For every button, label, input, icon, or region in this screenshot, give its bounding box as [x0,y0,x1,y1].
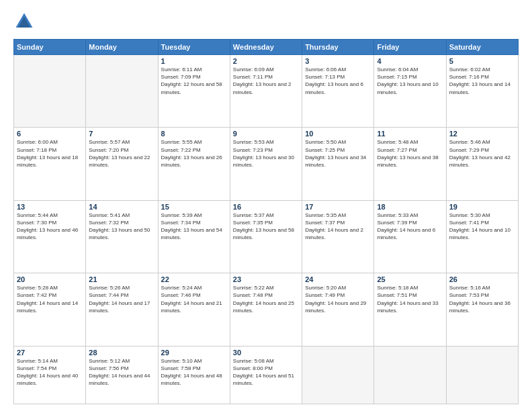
day-number: 23 [233,275,299,283]
day-cell: 5Sunrise: 6:02 AM Sunset: 7:16 PM Daylig… [446,55,518,128]
day-number: 9 [233,130,299,138]
day-cell: 18Sunrise: 5:33 AM Sunset: 7:39 PM Dayli… [374,200,446,273]
day-info: Sunrise: 5:50 AM Sunset: 7:25 PM Dayligh… [305,138,371,169]
day-cell [446,346,518,404]
day-info: Sunrise: 5:20 AM Sunset: 7:49 PM Dayligh… [305,284,371,314]
day-cell: 20Sunrise: 5:28 AM Sunset: 7:42 PM Dayli… [14,273,86,346]
day-info: Sunrise: 5:46 AM Sunset: 7:29 PM Dayligh… [449,138,515,169]
day-number: 22 [161,275,227,283]
day-cell: 6Sunrise: 6:00 AM Sunset: 7:18 PM Daylig… [14,128,86,200]
day-number: 28 [89,349,154,357]
day-info: Sunrise: 5:16 AM Sunset: 7:53 PM Dayligh… [449,284,515,314]
day-info: Sunrise: 5:14 AM Sunset: 7:54 PM Dayligh… [17,357,83,387]
day-info: Sunrise: 5:48 AM Sunset: 7:27 PM Dayligh… [377,138,443,169]
day-number: 8 [161,130,227,138]
week-row-4: 20Sunrise: 5:28 AM Sunset: 7:42 PM Dayli… [14,273,519,346]
day-cell: 22Sunrise: 5:24 AM Sunset: 7:46 PM Dayli… [158,273,230,346]
day-number: 29 [161,349,227,357]
page: SundayMondayTuesdayWednesdayThursdayFrid… [0,0,532,411]
day-info: Sunrise: 5:39 AM Sunset: 7:34 PM Dayligh… [161,212,227,242]
day-cell: 29Sunrise: 5:10 AM Sunset: 7:58 PM Dayli… [158,346,230,404]
day-info: Sunrise: 5:10 AM Sunset: 7:58 PM Dayligh… [161,357,227,387]
day-number: 3 [305,57,371,65]
day-number: 1 [161,57,227,65]
day-number: 14 [89,203,154,211]
day-number: 17 [305,203,371,211]
day-cell [86,55,158,128]
day-number: 4 [377,57,443,65]
week-row-2: 6Sunrise: 6:00 AM Sunset: 7:18 PM Daylig… [14,128,519,200]
day-number: 27 [17,349,83,357]
day-info: Sunrise: 5:44 AM Sunset: 7:30 PM Dayligh… [17,212,83,242]
day-info: Sunrise: 5:08 AM Sunset: 8:00 PM Dayligh… [233,357,299,387]
day-number: 12 [449,130,515,138]
weekday-header-wednesday: Wednesday [230,40,302,55]
day-info: Sunrise: 5:55 AM Sunset: 7:22 PM Dayligh… [161,138,227,169]
weekday-header-row: SundayMondayTuesdayWednesdayThursdayFrid… [14,40,519,55]
day-number: 15 [161,203,227,211]
day-number: 2 [233,57,299,65]
day-number: 11 [377,130,443,138]
day-info: Sunrise: 6:04 AM Sunset: 7:15 PM Dayligh… [377,66,443,96]
day-number: 30 [233,349,299,357]
day-info: Sunrise: 5:30 AM Sunset: 7:41 PM Dayligh… [449,212,515,242]
day-cell [14,55,86,128]
day-cell: 30Sunrise: 5:08 AM Sunset: 8:00 PM Dayli… [230,346,302,404]
day-cell: 25Sunrise: 5:18 AM Sunset: 7:51 PM Dayli… [374,273,446,346]
calendar-table: SundayMondayTuesdayWednesdayThursdayFrid… [13,39,519,404]
day-cell [302,346,374,404]
day-cell: 2Sunrise: 6:09 AM Sunset: 7:11 PM Daylig… [230,55,302,128]
day-info: Sunrise: 5:28 AM Sunset: 7:42 PM Dayligh… [17,284,83,314]
day-info: Sunrise: 5:37 AM Sunset: 7:35 PM Dayligh… [233,212,299,242]
day-cell: 1Sunrise: 6:11 AM Sunset: 7:09 PM Daylig… [158,55,230,128]
day-cell: 23Sunrise: 5:22 AM Sunset: 7:48 PM Dayli… [230,273,302,346]
logo-icon [13,11,35,32]
week-row-5: 27Sunrise: 5:14 AM Sunset: 7:54 PM Dayli… [14,346,519,404]
day-number: 20 [17,275,83,283]
day-cell: 24Sunrise: 5:20 AM Sunset: 7:49 PM Dayli… [302,273,374,346]
day-number: 7 [89,130,154,138]
day-number: 26 [449,275,515,283]
day-cell: 19Sunrise: 5:30 AM Sunset: 7:41 PM Dayli… [446,200,518,273]
day-cell [374,346,446,404]
day-number: 10 [305,130,371,138]
day-number: 5 [449,57,515,65]
day-info: Sunrise: 5:26 AM Sunset: 7:44 PM Dayligh… [89,284,154,314]
day-number: 19 [449,203,515,211]
day-number: 18 [377,203,443,211]
day-cell: 13Sunrise: 5:44 AM Sunset: 7:30 PM Dayli… [14,200,86,273]
day-number: 21 [89,275,154,283]
day-cell: 3Sunrise: 6:06 AM Sunset: 7:13 PM Daylig… [302,55,374,128]
weekday-header-tuesday: Tuesday [158,40,230,55]
day-cell: 21Sunrise: 5:26 AM Sunset: 7:44 PM Dayli… [86,273,158,346]
day-cell: 10Sunrise: 5:50 AM Sunset: 7:25 PM Dayli… [302,128,374,200]
day-cell: 27Sunrise: 5:14 AM Sunset: 7:54 PM Dayli… [14,346,86,404]
logo [13,11,38,32]
day-cell: 17Sunrise: 5:35 AM Sunset: 7:37 PM Dayli… [302,200,374,273]
day-number: 25 [377,275,443,283]
day-info: Sunrise: 5:12 AM Sunset: 7:56 PM Dayligh… [89,357,154,387]
day-cell: 26Sunrise: 5:16 AM Sunset: 7:53 PM Dayli… [446,273,518,346]
day-number: 6 [17,130,83,138]
day-info: Sunrise: 5:22 AM Sunset: 7:48 PM Dayligh… [233,284,299,314]
day-info: Sunrise: 6:11 AM Sunset: 7:09 PM Dayligh… [161,66,227,96]
day-info: Sunrise: 5:57 AM Sunset: 7:20 PM Dayligh… [89,138,154,169]
day-cell: 8Sunrise: 5:55 AM Sunset: 7:22 PM Daylig… [158,128,230,200]
day-info: Sunrise: 5:35 AM Sunset: 7:37 PM Dayligh… [305,212,371,242]
week-row-3: 13Sunrise: 5:44 AM Sunset: 7:30 PM Dayli… [14,200,519,273]
header [13,11,519,32]
weekday-header-sunday: Sunday [14,40,86,55]
day-cell: 9Sunrise: 5:53 AM Sunset: 7:23 PM Daylig… [230,128,302,200]
day-info: Sunrise: 5:24 AM Sunset: 7:46 PM Dayligh… [161,284,227,314]
day-cell: 7Sunrise: 5:57 AM Sunset: 7:20 PM Daylig… [86,128,158,200]
day-info: Sunrise: 5:53 AM Sunset: 7:23 PM Dayligh… [233,138,299,169]
day-cell: 15Sunrise: 5:39 AM Sunset: 7:34 PM Dayli… [158,200,230,273]
day-cell: 11Sunrise: 5:48 AM Sunset: 7:27 PM Dayli… [374,128,446,200]
day-number: 24 [305,275,371,283]
weekday-header-friday: Friday [374,40,446,55]
weekday-header-thursday: Thursday [302,40,374,55]
day-cell: 4Sunrise: 6:04 AM Sunset: 7:15 PM Daylig… [374,55,446,128]
day-cell: 14Sunrise: 5:41 AM Sunset: 7:32 PM Dayli… [86,200,158,273]
week-row-1: 1Sunrise: 6:11 AM Sunset: 7:09 PM Daylig… [14,55,519,128]
day-cell: 28Sunrise: 5:12 AM Sunset: 7:56 PM Dayli… [86,346,158,404]
